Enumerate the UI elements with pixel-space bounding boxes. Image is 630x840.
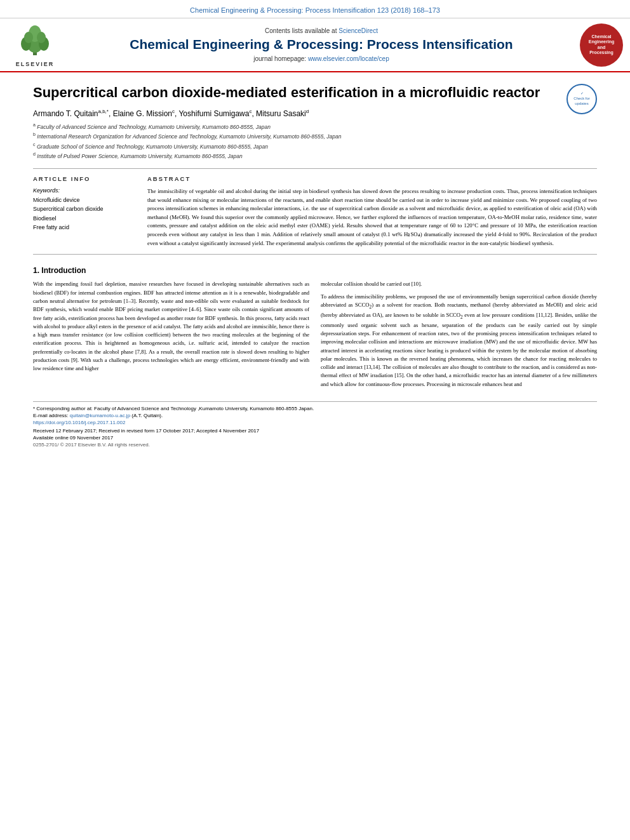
intro-para-2: molecular collision should be carried ou… xyxy=(321,280,597,288)
keywords-label: Keywords: xyxy=(33,187,135,194)
keywords-list: Microfluidic device Supercritical carbon… xyxy=(33,196,135,232)
cep-logo-box: Chemical Engineering and Processing xyxy=(580,23,623,67)
article-info-col: ARTICLE INFO Keywords: Microfluidic devi… xyxy=(33,175,135,248)
journal-title-block: Contents lists available at ScienceDirec… xyxy=(70,22,573,67)
intro-para-3: To address the immiscibility problems, w… xyxy=(321,293,597,389)
author-email[interactable]: quitain@kumamoto-u.ac.jp xyxy=(70,413,130,418)
affiliation-a: a Faculty of Advanced Science and Techno… xyxy=(33,122,597,131)
copyright-line: 0255-2701/ © 2017 Elsevier B.V. All righ… xyxy=(33,442,597,448)
email-footnote: E-mail address: quitain@kumamoto-u.ac.jp… xyxy=(33,413,597,418)
homepage-url[interactable]: www.elsevier.com/locate/cep xyxy=(308,55,389,62)
top-journal-bar: Chemical Engineering & Processing: Proce… xyxy=(0,0,630,18)
keyword-3: Biodiesel xyxy=(33,214,135,223)
article-body: ✓ Check for updates Supercritical carbon… xyxy=(0,72,630,459)
article-info-abstract-section: ARTICLE INFO Keywords: Microfluidic devi… xyxy=(33,175,597,248)
elsevier-tree-icon xyxy=(16,22,54,59)
available-online-line: Available online 09 November 2017 xyxy=(33,435,597,441)
corresponding-footnote: * Corresponding author at: Faculty of Ad… xyxy=(33,406,597,411)
abstract-heading: ABSTRACT xyxy=(147,175,597,182)
affiliations-block: a Faculty of Advanced Science and Techno… xyxy=(33,122,597,161)
abstract-text: The immiscibility of vegetable oil and a… xyxy=(147,187,597,248)
sciencedirect-line: Contents lists available at ScienceDirec… xyxy=(265,27,378,34)
keyword-2: Supercritical carbon dioxide xyxy=(33,204,135,213)
received-line: Received 12 February 2017; Received in r… xyxy=(33,428,597,434)
intro-para-1: With the impending fossil fuel depletion… xyxy=(33,280,309,373)
page: Chemical Engineering & Processing: Proce… xyxy=(0,0,630,840)
authors-line: Armando T. Quitaina,b,*, Elaine G. Missi… xyxy=(33,109,597,118)
svg-point-5 xyxy=(24,32,33,43)
section-divider-2 xyxy=(33,254,597,255)
svg-point-6 xyxy=(37,32,46,43)
affiliation-b: b International Research Organization fo… xyxy=(33,131,597,141)
journal-header: ELSEVIER Contents lists available at Sci… xyxy=(0,18,630,72)
elsevier-wordmark: ELSEVIER xyxy=(16,61,55,67)
footnote-divider xyxy=(33,401,597,402)
abstract-col: ABSTRACT The immiscibility of vegetable … xyxy=(147,175,597,248)
check-for-updates-badge: ✓ Check for updates xyxy=(566,84,597,114)
journal-name: Chemical Engineering & Processing: Proce… xyxy=(130,36,513,52)
elsevier-logo-block: ELSEVIER xyxy=(6,22,64,67)
keyword-1: Microfluidic device xyxy=(33,196,135,204)
check-badge-circle: ✓ Check for updates xyxy=(566,84,597,114)
section-divider-1 xyxy=(33,168,597,169)
sciencedirect-link[interactable]: ScienceDirect xyxy=(338,27,378,34)
doi-line: https://doi.org/10.1016/j.cep.2017.11.00… xyxy=(33,420,597,425)
article-title-section: ✓ Check for updates Supercritical carbon… xyxy=(33,84,597,102)
doi-link[interactable]: https://doi.org/10.1016/j.cep.2017.11.00… xyxy=(33,420,125,425)
affiliation-c: c Graduate School of Science and Technol… xyxy=(33,142,597,151)
article-info-heading: ARTICLE INFO xyxy=(33,175,135,182)
article-title: Supercritical carbon dioxide-mediated es… xyxy=(33,84,597,102)
introduction-heading: 1. Introduction xyxy=(33,266,597,275)
homepage-line: journal homepage: www.elsevier.com/locat… xyxy=(253,55,389,62)
journal-citation-link[interactable]: Chemical Engineering & Processing: Proce… xyxy=(190,6,440,14)
intro-col-2: molecular collision should be carried ou… xyxy=(321,280,597,392)
introduction-body: With the impending fossil fuel depletion… xyxy=(33,280,597,392)
cep-logo: Chemical Engineering and Processing xyxy=(579,22,624,67)
keyword-4: Free fatty acid xyxy=(33,223,135,232)
intro-col-1: With the impending fossil fuel depletion… xyxy=(33,280,309,392)
affiliation-d: d Institute of Pulsed Power Science, Kum… xyxy=(33,151,597,161)
